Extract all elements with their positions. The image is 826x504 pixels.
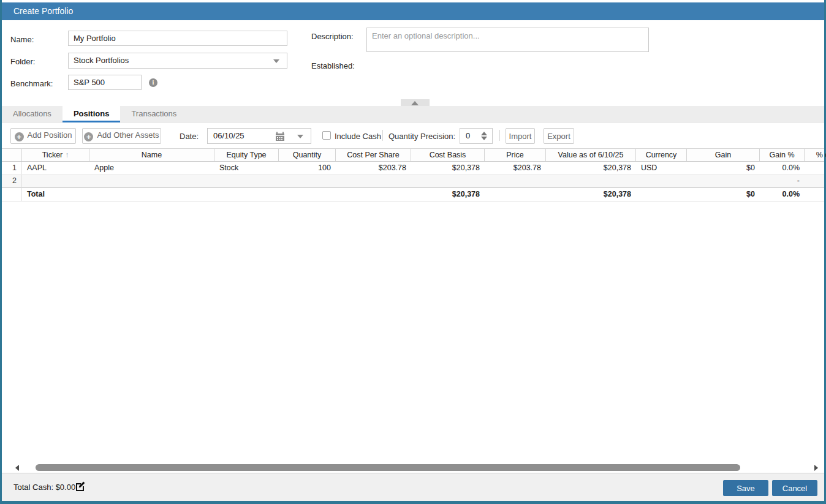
include-cash-label[interactable]: Include Cash xyxy=(335,132,381,141)
cell-cost_basis[interactable] xyxy=(411,175,485,187)
date-value: 06/10/25 xyxy=(213,131,244,140)
cell-equity_type[interactable]: Stock xyxy=(214,162,279,174)
column-header-currency[interactable]: Currency xyxy=(636,149,687,161)
scroll-right-icon[interactable] xyxy=(814,465,818,471)
cell-gain[interactable]: $0 xyxy=(687,188,760,201)
include-cash-checkbox[interactable] xyxy=(322,131,331,140)
column-header-gain_pct[interactable]: Gain % xyxy=(760,149,805,161)
cell-cost_per_share[interactable]: $203.78 xyxy=(336,162,411,174)
cell-currency[interactable] xyxy=(636,175,687,187)
cell-gain[interactable] xyxy=(687,175,760,187)
cell-ticker[interactable]: AAPL xyxy=(22,162,89,174)
description-textarea[interactable] xyxy=(366,28,649,52)
cell-name[interactable]: Apple xyxy=(89,162,214,174)
established-label: Established: xyxy=(311,61,355,70)
date-input[interactable]: 06/10/25 xyxy=(207,128,311,144)
tab-positions[interactable]: Positions xyxy=(63,106,121,122)
cell-row_number[interactable] xyxy=(2,188,22,201)
add-other-assets-button[interactable]: +Add Other Assets xyxy=(82,128,161,144)
cell-currency[interactable] xyxy=(636,188,687,201)
cell-equity_type[interactable] xyxy=(214,188,279,201)
column-header-value_as_of[interactable]: Value as of 6/10/25 xyxy=(546,149,636,161)
cell-currency[interactable]: USD xyxy=(636,162,687,174)
table-row[interactable]: 2- xyxy=(2,175,824,187)
cell-quantity[interactable]: 100 xyxy=(279,162,336,174)
horizontal-scrollbar[interactable] xyxy=(2,463,824,472)
cell-gain[interactable]: $0 xyxy=(687,162,760,174)
cell-cost_per_share[interactable] xyxy=(336,188,411,201)
toolbar-divider xyxy=(499,130,500,141)
cell-cost_basis[interactable]: $20,378 xyxy=(411,162,485,174)
cell-gain_pct[interactable]: 0.0% xyxy=(760,162,805,174)
column-header-pct_of[interactable]: % o xyxy=(805,149,826,161)
date-label: Date: xyxy=(180,132,199,141)
cell-ticker[interactable]: Total xyxy=(22,188,89,201)
column-header-cost_basis[interactable]: Cost Basis xyxy=(411,149,485,161)
cell-cost_basis[interactable]: $20,378 xyxy=(411,188,485,201)
cell-quantity[interactable] xyxy=(279,175,336,187)
cell-row_number[interactable]: 1 xyxy=(2,162,22,174)
name-input[interactable] xyxy=(68,31,287,46)
benchmark-input[interactable] xyxy=(68,75,142,90)
stepper-up-icon[interactable] xyxy=(481,132,487,135)
cell-ticker[interactable] xyxy=(22,175,89,187)
cell-quantity[interactable] xyxy=(279,188,336,201)
calendar-icon[interactable] xyxy=(275,132,285,146)
column-header-price[interactable]: Price xyxy=(485,149,546,161)
cell-pct_of[interactable] xyxy=(805,188,826,201)
column-header-ticker[interactable]: Ticker↑ xyxy=(22,149,89,161)
column-header-name[interactable]: Name xyxy=(89,149,214,161)
cell-value_as_of[interactable] xyxy=(546,175,636,187)
cell-cost_per_share[interactable] xyxy=(336,175,411,187)
cell-value_as_of[interactable]: $20,378 xyxy=(546,162,636,174)
column-header-equity_type[interactable]: Equity Type xyxy=(214,149,279,161)
toolbar-divider xyxy=(382,130,383,141)
total-cash-label: Total Cash: $0.00 xyxy=(13,483,75,492)
dialog-titlebar: Create Portfolio xyxy=(2,2,824,20)
cell-price[interactable]: $203.78 xyxy=(485,162,546,174)
edit-pencil-icon[interactable] xyxy=(75,481,86,494)
save-button[interactable]: Save xyxy=(723,480,768,496)
tab-transactions[interactable]: Transactions xyxy=(120,106,188,122)
stepper-down-icon[interactable] xyxy=(481,137,487,140)
name-label: Name: xyxy=(10,35,34,44)
cell-gain_pct[interactable]: - xyxy=(760,175,805,187)
info-icon[interactable]: i xyxy=(149,78,157,87)
cell-row_number[interactable]: 2 xyxy=(2,175,22,187)
plus-circle-icon: + xyxy=(84,132,93,141)
table-header-row: Ticker↑NameEquity TypeQuantityCost Per S… xyxy=(2,148,824,162)
scroll-left-icon[interactable] xyxy=(15,465,19,471)
cancel-button[interactable]: Cancel xyxy=(772,480,817,496)
column-header-quantity[interactable]: Quantity xyxy=(279,149,336,161)
add-position-button[interactable]: +Add Position xyxy=(10,128,76,144)
tab-strip: AllocationsPositionsTransactions xyxy=(2,106,824,122)
quantity-precision-stepper[interactable]: 0 xyxy=(460,128,493,144)
table-row[interactable]: 1AAPLAppleStock100$203.78$20,378$203.78$… xyxy=(2,162,824,175)
column-header-row_number[interactable] xyxy=(2,149,22,161)
folder-label: Folder: xyxy=(10,57,35,66)
cell-value_as_of[interactable]: $20,378 xyxy=(546,188,636,201)
positions-toolbar: +Add Position +Add Other Assets Date: 06… xyxy=(2,122,824,148)
export-button[interactable]: Export xyxy=(544,128,574,144)
sort-ascending-arrow-icon: ↑ xyxy=(65,151,69,159)
column-header-gain[interactable]: Gain xyxy=(687,149,760,161)
import-button[interactable]: Import xyxy=(506,128,535,144)
chevron-down-icon xyxy=(273,59,279,63)
cell-gain_pct[interactable]: 0.0% xyxy=(760,188,805,201)
tab-allocations[interactable]: Allocations xyxy=(2,106,63,122)
chevron-down-icon xyxy=(297,135,303,138)
create-portfolio-dialog: Create Portfolio Name: Folder: Stock Por… xyxy=(0,0,826,504)
cell-equity_type[interactable] xyxy=(214,175,279,187)
column-header-cost_per_share[interactable]: Cost Per Share xyxy=(336,149,411,161)
chevron-up-icon xyxy=(411,101,419,105)
cell-price[interactable] xyxy=(485,188,546,201)
cell-pct_of[interactable] xyxy=(805,175,826,187)
scrollbar-thumb[interactable] xyxy=(36,464,740,471)
cell-name[interactable] xyxy=(89,175,214,187)
cell-price[interactable] xyxy=(485,175,546,187)
cell-name[interactable] xyxy=(89,188,214,201)
table-total-row[interactable]: Total$20,378$20,378$00.0% xyxy=(2,187,824,201)
cell-pct_of[interactable] xyxy=(805,162,826,174)
folder-select[interactable]: Stock Portfolios xyxy=(68,53,287,69)
dialog-title: Create Portfolio xyxy=(13,6,73,16)
